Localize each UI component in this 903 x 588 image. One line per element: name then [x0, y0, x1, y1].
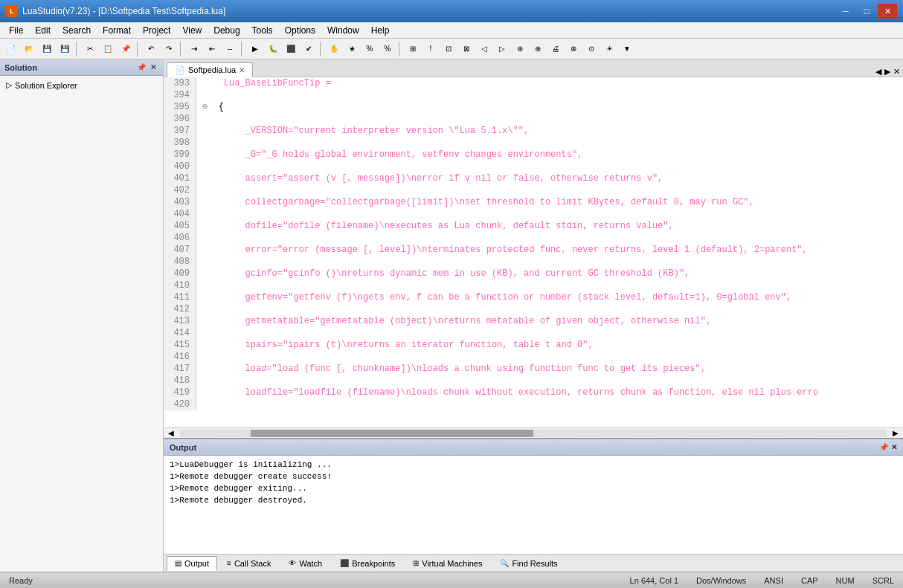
- panel-pin-button[interactable]: 📌: [136, 62, 147, 73]
- code-line: 394: [164, 89, 903, 101]
- line-content: loadfile="loadfile (filename)\nloads chu…: [196, 387, 903, 398]
- tab-softpedia[interactable]: 📄 Softpedia.lua ✕: [167, 62, 253, 77]
- tb-separator-4: [241, 42, 244, 56]
- tb-saveall[interactable]: 💾: [57, 41, 73, 57]
- tb-undo[interactable]: ↶: [143, 41, 159, 57]
- menu-project[interactable]: Project: [137, 24, 176, 37]
- tab-scroll-right[interactable]: ▶: [884, 67, 890, 77]
- menu-search[interactable]: Search: [57, 24, 97, 37]
- tb-check[interactable]: ✔: [301, 41, 317, 57]
- tb-outdent[interactable]: ⇤: [204, 41, 220, 57]
- maximize-button[interactable]: □: [857, 4, 876, 19]
- tb-misc4[interactable]: ▷: [494, 41, 510, 57]
- tree-item-solution-explorer[interactable]: ▷ Solution Explorer: [3, 79, 160, 91]
- menu-tools[interactable]: Tools: [246, 24, 279, 37]
- status-scrl: SCRL: [870, 576, 897, 585]
- output-title: Output: [170, 443, 196, 452]
- output-tab-label: Breakpoints: [352, 559, 395, 568]
- line-number: 396: [164, 113, 196, 125]
- tb-cut[interactable]: ✂: [82, 41, 98, 57]
- horizontal-scrollbar[interactable]: ◀ ▶: [164, 427, 903, 438]
- panel-close-button[interactable]: ✕: [148, 62, 158, 73]
- output-tab-virtual-machines[interactable]: ⊞Virtual Machines: [405, 556, 490, 571]
- menu-options[interactable]: Options: [279, 24, 321, 37]
- menu-file[interactable]: File: [3, 24, 29, 37]
- scroll-left-btn[interactable]: ◀: [164, 429, 179, 437]
- line-content: collectgarbage="collectgarbage([limit])\…: [196, 196, 903, 208]
- tb-open[interactable]: 📂: [21, 41, 37, 57]
- line-content: Lua_BaseLibFuncTip =: [196, 77, 903, 89]
- toolbar: 📄 📂 💾 💾 ✂ 📋 📌 ↶ ↷ ⇥ ⇤ -- ▶ 🐛 ⬛ ✔ ✋ ★ % %…: [0, 39, 903, 59]
- title-bar: L LuaStudio(v7.23) - [D:\Softpedia Test\…: [0, 0, 903, 22]
- output-pin-button[interactable]: 📌: [879, 443, 888, 451]
- minimize-button[interactable]: ─: [836, 4, 855, 19]
- line-number: 411: [164, 291, 196, 303]
- line-number: 416: [164, 351, 196, 363]
- tb-misc8[interactable]: ⊙: [583, 41, 600, 57]
- tb-comment[interactable]: --: [222, 41, 238, 57]
- app-icon: L: [6, 5, 18, 17]
- line-content: _VERSION="current interpreter version \"…: [196, 125, 903, 137]
- code-line: 415 ipairs="ipairs (t)\nreturns an itera…: [164, 339, 903, 351]
- output-tab-label: Call Stack: [234, 559, 271, 568]
- line-number: 410: [164, 280, 196, 291]
- scroll-right-btn[interactable]: ▶: [888, 429, 903, 437]
- tb-print[interactable]: 🖨: [547, 41, 564, 57]
- tab-scroll-left[interactable]: ◀: [875, 67, 881, 77]
- menu-debug[interactable]: Debug: [208, 24, 245, 37]
- code-line: 417 load="load (func [, chunkname])\nloa…: [164, 363, 903, 375]
- output-close-button[interactable]: ✕: [891, 443, 897, 451]
- tb-misc1[interactable]: ⊡: [440, 41, 457, 57]
- menu-window[interactable]: Window: [321, 24, 365, 37]
- line-content: [196, 280, 903, 291]
- tb-dropdown[interactable]: ▼: [619, 41, 635, 57]
- line-content: [196, 375, 903, 387]
- line-content: [196, 232, 903, 244]
- tb-indent[interactable]: ⇥: [186, 41, 202, 57]
- output-tab-watch[interactable]: 👁Watch: [280, 556, 330, 571]
- tb-misc2[interactable]: ⊠: [458, 41, 475, 57]
- code-content[interactable]: 393 Lua_BaseLibFuncTip =394 395⊖ {396 39…: [164, 77, 903, 427]
- tb-hand[interactable]: ✋: [326, 41, 342, 57]
- tb-misc5[interactable]: ⊛: [512, 41, 528, 57]
- scroll-thumb[interactable]: [251, 430, 533, 437]
- tb-paste[interactable]: 📌: [118, 41, 134, 57]
- code-table: 393 Lua_BaseLibFuncTip =394 395⊖ {396 39…: [164, 77, 903, 427]
- tb-misc7[interactable]: ⊗: [565, 41, 582, 57]
- output-tab-output[interactable]: ▤Output: [167, 556, 217, 571]
- menu-help[interactable]: Help: [365, 24, 396, 37]
- output-tab-find-results[interactable]: 🔍Find Results: [492, 556, 565, 571]
- status-caps: CAP: [798, 576, 821, 585]
- tb-excl[interactable]: !: [422, 41, 439, 57]
- tab-bar-right: ◀ ▶ ✕: [875, 67, 900, 77]
- tb-misc6[interactable]: ⊕: [530, 41, 546, 57]
- scroll-track[interactable]: [180, 430, 887, 437]
- output-tab-breakpoints[interactable]: ⬛Breakpoints: [332, 556, 403, 571]
- menu-format[interactable]: Format: [97, 24, 137, 37]
- tb-misc9[interactable]: ☀: [601, 41, 617, 57]
- output-tab-icon: ⬛: [340, 559, 349, 567]
- tb-copy[interactable]: 📋: [100, 41, 116, 57]
- tb-run[interactable]: ▶: [247, 41, 263, 57]
- menu-view[interactable]: View: [176, 24, 208, 37]
- tb-save[interactable]: 💾: [39, 41, 55, 57]
- menu-edit[interactable]: Edit: [29, 24, 57, 37]
- tb-new[interactable]: 📄: [3, 41, 19, 57]
- output-tab-call-stack[interactable]: ≡Call Stack: [219, 556, 279, 571]
- output-tab-icon: 🔍: [500, 559, 509, 567]
- main-layout: Solution 📌 ✕ ▷ Solution Explorer 📄 Softp…: [0, 59, 903, 572]
- tb-debug[interactable]: 🐛: [265, 41, 281, 57]
- tb-percent2[interactable]: %: [379, 41, 396, 57]
- line-content: gcinfo="gcinfo ()\nreturns dynamic mem i…: [196, 268, 903, 280]
- tab-close-all[interactable]: ✕: [893, 67, 900, 77]
- line-number: 398: [164, 137, 196, 149]
- tb-redo[interactable]: ↷: [161, 41, 177, 57]
- tab-close-button[interactable]: ✕: [239, 66, 245, 74]
- output-line: 1>LuaDebugger is initializing ...: [170, 459, 897, 471]
- close-button[interactable]: ✕: [878, 4, 897, 19]
- tb-grid[interactable]: ⊞: [405, 41, 421, 57]
- tb-percent[interactable]: %: [361, 41, 378, 57]
- tb-star[interactable]: ★: [344, 41, 360, 57]
- tb-misc3[interactable]: ◁: [476, 41, 492, 57]
- tb-stop[interactable]: ⬛: [283, 41, 299, 57]
